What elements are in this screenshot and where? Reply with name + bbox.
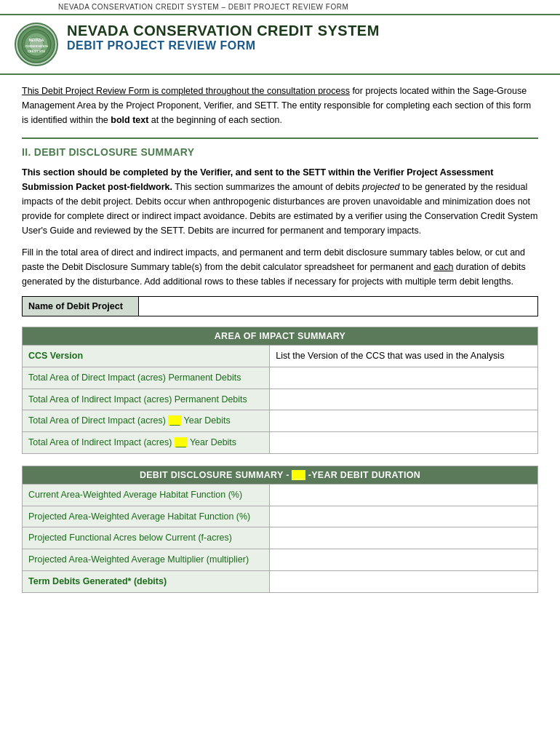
area-impact-table: AREA OF IMPACT SUMMARY CCS Version List … xyxy=(22,327,538,454)
header: NEVADA CONSERVATION CREDIT SYS NEVADA CO… xyxy=(0,15,560,75)
disclosure-row-current-awg: Current Area-Weighted Average Habitat Fu… xyxy=(23,484,538,506)
top-bar: NEVADA CONSERVATION CREDIT SYSTEM – DEBI… xyxy=(0,0,560,15)
disclosure-table: DEBIT DISCLOSURE SUMMARY - __ -YEAR DEBI… xyxy=(22,466,538,593)
disclosure-row-multiplier: Projected Area-Weighted Average Multipli… xyxy=(23,549,538,571)
para1-italic: projected xyxy=(362,182,399,192)
disclosure-label-proj-awg: Projected Area-Weighted Average Habitat … xyxy=(23,506,270,527)
section-para2: Fill in the total area of direct and ind… xyxy=(22,245,538,289)
impact-row-indirect-year: Total Area of Indirect Impact (acres) __… xyxy=(23,432,538,454)
disclosure-value-func-acres[interactable] xyxy=(270,527,538,549)
header-text: NEVADA CONSERVATION CREDIT SYSTEM DEBIT … xyxy=(67,23,380,52)
svg-text:CONSERVATION: CONSERVATION xyxy=(25,44,48,48)
disclosure-label-current-awg: Current Area-Weighted Average Habitat Fu… xyxy=(23,484,270,506)
svg-text:CREDIT SYS: CREDIT SYS xyxy=(28,49,45,53)
header-title: NEVADA CONSERVATION CREDIT SYSTEM xyxy=(67,23,380,39)
intro-end: at the beginning of each section. xyxy=(148,115,281,125)
debit-name-label: Name of Debit Project xyxy=(23,297,139,316)
disclosure-value-proj-awg[interactable] xyxy=(270,506,538,527)
impact-value-indirect-perm[interactable] xyxy=(270,389,538,410)
disclosure-value-multiplier[interactable] xyxy=(270,549,538,571)
para1-rest: This section summarizes the amount of de… xyxy=(172,182,362,192)
debit-name-row: Name of Debit Project xyxy=(23,297,538,316)
disclosure-label-multiplier: Projected Area-Weighted Average Multipli… xyxy=(23,549,270,571)
impact-label-direct-perm: Total Area of Direct Impact (acres) Perm… xyxy=(23,367,270,389)
para2-text: Fill in the total area of direct and ind… xyxy=(22,247,526,287)
area-impact-header: AREA OF IMPACT SUMMARY xyxy=(23,327,538,346)
debit-name-value[interactable] xyxy=(139,297,538,316)
svg-text:NEVADA: NEVADA xyxy=(29,38,44,42)
logo-svg: NEVADA CONSERVATION CREDIT SYS xyxy=(20,28,52,60)
impact-row-direct-year: Total Area of Direct Impact (acres) __ Y… xyxy=(23,410,538,432)
impact-value-ccs: List the Version of the CCS that was use… xyxy=(270,346,538,367)
disclosure-header: DEBIT DISCLOSURE SUMMARY - __ -YEAR DEBI… xyxy=(23,466,538,484)
intro-bold: bold text xyxy=(111,115,148,125)
impact-row-ccs: CCS Version List the Version of the CCS … xyxy=(23,346,538,367)
logo-inner: NEVADA CONSERVATION CREDIT SYS xyxy=(17,25,55,63)
impact-row-indirect-perm: Total Area of Indirect Impact (acres) Pe… xyxy=(23,389,538,410)
impact-label-indirect-perm: Total Area of Indirect Impact (acres) Pe… xyxy=(23,389,270,410)
impact-label-ccs: CCS Version xyxy=(23,346,270,367)
section-para1: This section should be completed by the … xyxy=(22,165,538,238)
impact-label-direct-year: Total Area of Direct Impact (acres) __ Y… xyxy=(23,410,270,432)
disclosure-row-term-debits: Term Debits Generated* (debits) xyxy=(23,570,538,592)
highlight-blank-2: __ xyxy=(175,437,188,447)
highlight-blank-1: __ xyxy=(168,415,181,426)
disclosure-value-current-awg[interactable] xyxy=(270,484,538,506)
intro-underlined: This Debit Project Review Form is comple… xyxy=(22,86,350,96)
impact-row-direct-perm: Total Area of Direct Impact (acres) Perm… xyxy=(23,367,538,389)
impact-value-direct-year[interactable] xyxy=(270,410,538,432)
header-subtitle: DEBIT PROJECT REVIEW FORM xyxy=(67,39,380,52)
disclosure-row-proj-awg: Projected Area-Weighted Average Habitat … xyxy=(23,506,538,527)
debit-name-table: Name of Debit Project xyxy=(22,296,538,316)
disclosure-label-func-acres: Projected Functional Acres below Current… xyxy=(23,527,270,549)
disclosure-header-row: DEBIT DISCLOSURE SUMMARY - __ -YEAR DEBI… xyxy=(23,466,538,484)
main-content: This Debit Project Review Form is comple… xyxy=(0,75,560,609)
disclosure-row-func-acres: Projected Functional Acres below Current… xyxy=(23,527,538,549)
disclosure-label-term-debits: Term Debits Generated* (debits) xyxy=(23,570,270,592)
section-ii-heading: II. DEBIT DISCLOSURE SUMMARY xyxy=(22,146,538,158)
impact-value-indirect-year[interactable] xyxy=(270,432,538,454)
impact-label-indirect-year: Total Area of Indirect Impact (acres) __… xyxy=(23,432,270,454)
disclosure-header-highlight: __ xyxy=(292,470,305,480)
section-divider xyxy=(22,138,538,139)
intro-paragraph: This Debit Project Review Form is comple… xyxy=(22,84,538,127)
logo: NEVADA CONSERVATION CREDIT SYS xyxy=(15,23,58,66)
disclosure-header-post: -YEAR DEBIT DURATION xyxy=(305,470,420,480)
impact-value-direct-perm[interactable] xyxy=(270,367,538,389)
impact-table-header-row: AREA OF IMPACT SUMMARY xyxy=(23,327,538,346)
top-bar-text: NEVADA CONSERVATION CREDIT SYSTEM – DEBI… xyxy=(58,3,348,11)
disclosure-value-term-debits[interactable] xyxy=(270,570,538,592)
disclosure-header-pre: DEBIT DISCLOSURE SUMMARY - xyxy=(140,470,292,480)
